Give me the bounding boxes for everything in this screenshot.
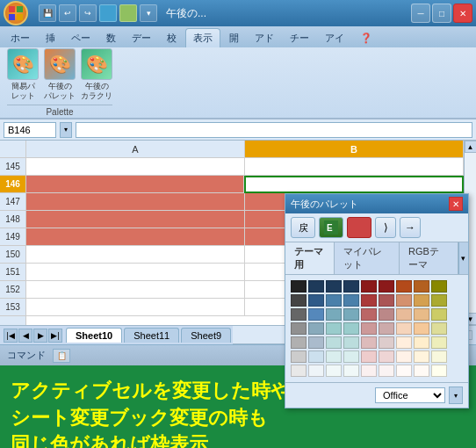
color-cell[interactable] xyxy=(431,336,447,349)
color-cell[interactable] xyxy=(291,336,307,349)
cell-a149[interactable] xyxy=(26,228,245,246)
color-cell[interactable] xyxy=(414,336,429,349)
color-cell[interactable] xyxy=(291,365,307,377)
tab-insert[interactable]: 挿 xyxy=(39,28,62,47)
palette-theme-dropdown-arrow[interactable]: ▾ xyxy=(449,387,463,404)
office-button[interactable] xyxy=(4,1,28,25)
cell-a150[interactable] xyxy=(26,246,245,264)
color-qa-button[interactable] xyxy=(99,4,117,22)
color-cell[interactable] xyxy=(326,294,342,307)
color-cell[interactable] xyxy=(291,322,307,335)
color-cell[interactable] xyxy=(361,294,377,307)
color-cell[interactable] xyxy=(396,322,412,335)
color-cell[interactable] xyxy=(379,280,394,293)
color-cell[interactable] xyxy=(291,280,307,293)
color-cell[interactable] xyxy=(343,336,359,349)
color-cell[interactable] xyxy=(431,365,447,377)
color-cell[interactable] xyxy=(396,336,412,349)
color-cell[interactable] xyxy=(396,350,412,363)
color-cell[interactable] xyxy=(308,308,324,321)
tab-review[interactable]: 校 xyxy=(160,28,184,47)
cell-b145[interactable] xyxy=(245,158,464,176)
color-cell[interactable] xyxy=(361,322,377,335)
color-cell[interactable] xyxy=(343,294,359,307)
color-cell[interactable] xyxy=(379,350,394,363)
gogo-karakuri-button[interactable]: 🎨 午後のカラクリ xyxy=(81,48,112,101)
color-cell[interactable] xyxy=(343,280,359,293)
cell-a148[interactable] xyxy=(26,211,245,228)
sheet-next-button[interactable]: ▶ xyxy=(33,329,47,343)
color-cell[interactable] xyxy=(414,308,429,321)
scroll-up-button[interactable]: ▲ xyxy=(465,141,477,153)
sheet-tab-sheet9[interactable]: Sheet9 xyxy=(181,328,231,343)
tab-addon[interactable]: アド xyxy=(248,28,281,47)
color-cell[interactable] xyxy=(343,365,359,377)
color-cell[interactable] xyxy=(308,365,324,377)
color-cell[interactable] xyxy=(326,365,342,377)
color-cell[interactable] xyxy=(379,336,394,349)
tab-data[interactable]: デー xyxy=(125,28,158,47)
color-cell[interactable] xyxy=(379,294,394,307)
color-cell[interactable] xyxy=(414,365,429,377)
cell-a145[interactable] xyxy=(26,158,245,176)
tab-help[interactable]: ❓ xyxy=(353,28,379,47)
color-cell[interactable] xyxy=(431,308,447,321)
color-cell[interactable] xyxy=(326,322,342,335)
color-cell[interactable] xyxy=(326,350,342,363)
color-cell[interactable] xyxy=(361,308,377,321)
color-cell[interactable] xyxy=(291,308,307,321)
palette-back-button[interactable]: 戻 xyxy=(291,217,315,238)
color-cell[interactable] xyxy=(343,350,359,363)
cell-a153[interactable] xyxy=(26,299,245,316)
save-qa-button[interactable]: 💾 xyxy=(39,4,56,22)
sheet-first-button[interactable]: |◀ xyxy=(4,329,18,343)
undo-qa-button[interactable]: ↩ xyxy=(59,4,76,22)
color2-qa-button[interactable] xyxy=(119,4,137,22)
color-cell[interactable] xyxy=(396,280,412,293)
color-cell[interactable] xyxy=(326,308,342,321)
tab-home[interactable]: ホー xyxy=(4,28,37,47)
color-cell[interactable] xyxy=(431,280,447,293)
tab-team[interactable]: チー xyxy=(283,28,316,47)
palette-tabs-dropdown[interactable]: ▾ xyxy=(458,242,468,274)
kantan-palette-button[interactable]: 🎨 簡易パレット xyxy=(7,48,39,101)
color-cell[interactable] xyxy=(291,294,307,307)
tab-open[interactable]: 開 xyxy=(222,28,246,47)
minimize-button[interactable]: ─ xyxy=(411,4,430,23)
close-button[interactable]: ✕ xyxy=(453,4,472,23)
sheet-prev-button[interactable]: ◀ xyxy=(18,329,32,343)
maximize-button[interactable]: □ xyxy=(432,4,451,23)
tab-formula[interactable]: 数 xyxy=(99,28,123,47)
color-cell[interactable] xyxy=(431,322,447,335)
palette-tab-rgb[interactable]: RGBテーマ xyxy=(400,242,458,274)
color-cell[interactable] xyxy=(308,280,324,293)
palette-next-button[interactable]: → xyxy=(400,217,421,238)
color-cell[interactable] xyxy=(414,350,429,363)
color-cell[interactable] xyxy=(361,350,377,363)
color-cell[interactable] xyxy=(431,294,447,307)
palette-red-button[interactable] xyxy=(347,217,371,238)
color-cell[interactable] xyxy=(379,322,394,335)
color-cell[interactable] xyxy=(308,336,324,349)
color-cell[interactable] xyxy=(361,365,377,377)
cell-a147[interactable] xyxy=(26,193,245,211)
qa-dropdown[interactable]: ▾ xyxy=(140,4,157,22)
tab-view[interactable]: 表示 xyxy=(185,28,220,47)
sheet-tab-sheet10[interactable]: Sheet10 xyxy=(66,328,122,343)
color-cell[interactable] xyxy=(343,322,359,335)
cell-reference[interactable]: B146 xyxy=(4,122,56,138)
color-cell[interactable] xyxy=(396,365,412,377)
cell-b146[interactable] xyxy=(244,176,465,193)
tab-eye[interactable]: アイ xyxy=(318,28,351,47)
color-cell[interactable] xyxy=(431,350,447,363)
sheet-tab-sheet11[interactable]: Sheet11 xyxy=(124,328,179,343)
color-cell[interactable] xyxy=(414,322,429,335)
cell-a152[interactable] xyxy=(26,281,245,299)
palette-tab-theme[interactable]: テーマ用 xyxy=(285,242,335,274)
color-cell[interactable] xyxy=(396,308,412,321)
color-cell[interactable] xyxy=(291,350,307,363)
gogo-palette-button[interactable]: 🎨 午後のパレット xyxy=(44,48,76,101)
color-cell[interactable] xyxy=(379,365,394,377)
palette-theme-select[interactable]: Office テーマ1 テーマ2 xyxy=(375,387,445,403)
tab-page[interactable]: ペー xyxy=(64,28,97,47)
